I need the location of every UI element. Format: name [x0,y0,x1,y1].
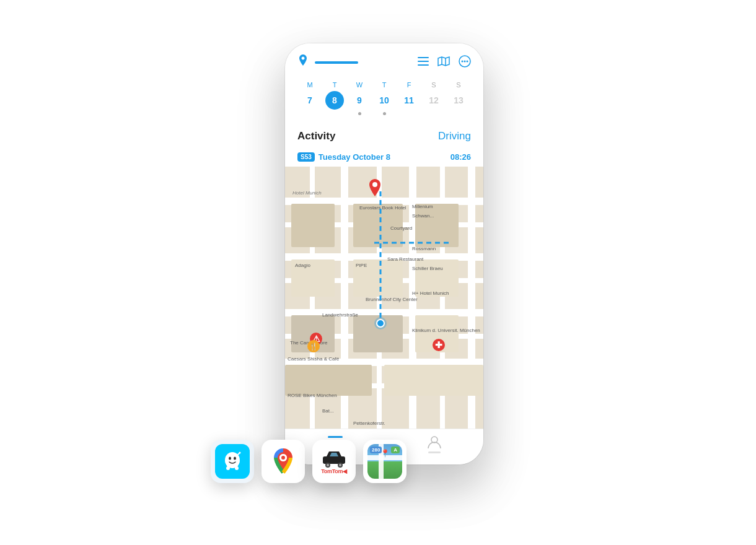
label-brunnen: Brunnenhof City Center [366,297,418,302]
day-F: F [400,81,418,89]
label-rossmann: Rossmann [412,246,436,251]
cal-date-9[interactable]: 9 [350,91,369,110]
tab-activity[interactable]: Activity [297,130,335,142]
tab-driving[interactable]: Driving [438,130,471,142]
svg-rect-0 [418,57,429,58]
trip-badge: S53 [297,152,315,162]
gmaps-inner [266,444,301,479]
tomtom-text: TomTom◀ [321,469,347,474]
svg-point-8 [467,60,468,62]
calendar-dates: 7 8 9 10 11 12 13 [297,91,471,110]
top-bar-right [418,55,471,70]
current-location-dot [376,319,385,328]
block11 [384,365,483,396]
svg-point-6 [462,60,464,62]
svg-rect-26 [323,456,345,464]
cal-date-10[interactable]: 10 [375,91,393,110]
day-S2: S [449,81,468,89]
dot-slot-5 [400,112,418,115]
top-bar [285,43,483,76]
scene: M T W T F S S 7 8 9 10 11 12 13 [248,25,508,520]
apple-maps-icon[interactable]: 280 A 📍 [363,440,407,483]
trip-time: 08:26 [451,152,471,162]
svg-rect-12 [328,436,343,438]
svg-point-7 [464,60,466,62]
label-klinikum: Klinikum d. Universit. München [412,328,480,333]
day-M: M [301,81,319,89]
block1 [291,204,335,247]
cal-date-8[interactable]: 8 [325,91,344,110]
label-schiller: Schiller Braeu [412,266,443,271]
waze-inner [215,444,250,479]
label-rose: ROSE Bikes München [288,393,337,398]
poi-fork: 🍴 [307,340,320,352]
day-S1: S [424,81,443,89]
more-icon[interactable] [459,55,471,70]
route-svg [374,191,387,328]
cal-date-12[interactable]: 12 [424,91,443,110]
dot-slot-2 [325,112,344,115]
poi-plus: ✚ [433,339,445,351]
cal-date-13[interactable]: 13 [449,91,468,110]
svg-point-30 [339,464,341,466]
nav-profile[interactable] [428,435,441,453]
phone-frame: M T W T F S S 7 8 9 10 11 12 13 [285,43,483,464]
apple-maps-inner: 280 A 📍 [367,444,402,479]
day-T2: T [375,81,393,89]
svg-point-29 [327,464,329,466]
map-destination-pin [368,179,382,201]
waze-logo [219,448,246,475]
day-W: W [350,81,369,89]
top-bar-left [297,54,358,70]
dot-slot-3 [350,112,369,115]
nav-profile-indicator [428,451,441,453]
cal-date-7[interactable]: 7 [301,91,319,110]
label-h-hotel: H+ Hotel Munich [412,290,449,296]
calendar-dots [297,110,471,118]
label-millen: Millenium [412,204,433,209]
svg-point-25 [281,456,285,460]
tomtom-inner: TomTom◀ [321,449,347,474]
waze-icon[interactable] [211,440,254,483]
svg-point-22 [239,452,241,454]
svg-rect-1 [418,61,429,62]
svg-point-19 [234,457,236,460]
gmaps-logo [270,448,297,475]
dot-slot-6 [424,112,443,115]
label-schwan: Schwan... [412,213,434,219]
label-sara: Sara Restaurant [387,256,423,262]
label-courtyard: Courtyard [390,225,412,231]
map-area: Hotel Munich Adagio PIPE Landwehrstraße … [285,167,483,429]
label-caesars: Caesars Shisha & Café [288,356,339,362]
route-h-svg [374,240,449,246]
label-bat: Bat... [322,408,334,414]
google-maps-icon[interactable] [262,440,305,483]
apple-maps-land [367,461,402,479]
label-adagio: Adagio [295,263,310,268]
list-icon[interactable] [418,57,429,68]
apple-maps-badge-a: A [391,447,400,453]
svg-point-18 [229,457,231,460]
svg-rect-2 [418,64,429,66]
tabs-bar: Activity Driving [285,125,483,149]
trip-left: S53 Tuesday October 8 [297,152,390,162]
dot-slot-1 [301,112,319,115]
day-T1: T [325,81,344,89]
tomtom-car [322,449,346,468]
progress-bar [315,61,358,64]
tomtom-icon[interactable]: TomTom◀ [312,440,356,483]
dot-slot-7 [449,112,468,115]
label-pipe: PIPE [356,263,367,268]
map-icon[interactable] [437,56,450,69]
cal-date-11[interactable]: 11 [400,91,418,110]
location-icon [297,54,309,70]
block10 [285,365,372,396]
label-pettenkofer: Pettenkoferstr. [353,421,385,426]
nav-profile-icon [428,435,441,449]
label-hotel: Hotel Munich [292,190,322,196]
label-landwehr: Landwehrstraße [322,312,358,318]
apple-maps-pin: 📍 [380,449,390,458]
trip-date: Tuesday October 8 [319,152,390,162]
svg-point-11 [372,182,377,187]
calendar-header: M T W T F S S [297,81,471,89]
